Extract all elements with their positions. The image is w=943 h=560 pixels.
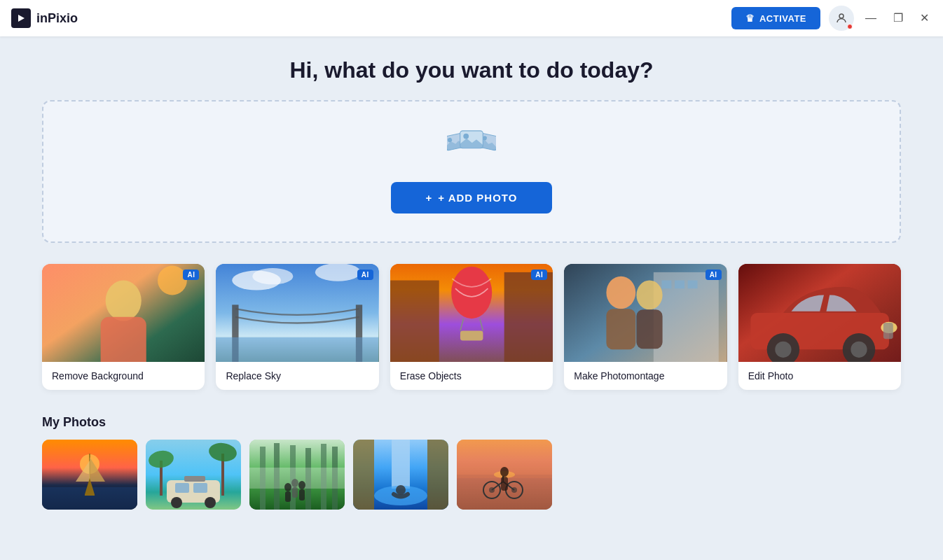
svg-rect-59 xyxy=(184,476,205,482)
my-photo-2[interactable] xyxy=(146,440,241,510)
crown-icon: ♛ xyxy=(745,13,755,24)
svg-rect-35 xyxy=(637,309,663,349)
feature-label-erase-objects: Erase Objects xyxy=(390,362,553,390)
svg-rect-43 xyxy=(883,323,893,339)
svg-rect-22 xyxy=(504,272,553,362)
feature-edit-photo[interactable]: Edit Photo xyxy=(738,264,901,390)
feature-label-photomontage: Make Photomontage xyxy=(564,362,727,390)
svg-point-57 xyxy=(171,497,182,508)
feature-label-replace-sky: Replace Sky xyxy=(216,362,378,390)
minimize-button[interactable]: — xyxy=(862,10,879,27)
my-photo-4[interactable] xyxy=(353,440,448,510)
app-logo-icon xyxy=(11,8,31,28)
feature-image-erase-objects: AI xyxy=(390,264,553,362)
photos-placeholder-icon xyxy=(447,130,496,168)
feature-erase-objects[interactable]: AI Erase Objects xyxy=(390,264,553,390)
svg-point-2 xyxy=(839,14,844,18)
svg-point-58 xyxy=(205,497,216,508)
svg-rect-92 xyxy=(501,477,508,491)
svg-rect-76 xyxy=(427,440,448,510)
svg-rect-71 xyxy=(299,489,305,500)
activate-label: ACTIVATE xyxy=(759,13,806,24)
svg-point-16 xyxy=(315,264,361,281)
svg-rect-69 xyxy=(285,491,291,502)
add-photo-label: + ADD PHOTO xyxy=(438,192,517,204)
svg-rect-19 xyxy=(216,337,378,362)
my-photo-1[interactable] xyxy=(42,440,137,510)
svg-point-79 xyxy=(396,485,406,495)
svg-point-41 xyxy=(851,342,867,358)
main-content: Hi, what do you want to do today? xyxy=(0,36,943,560)
svg-point-10 xyxy=(158,266,187,295)
svg-rect-75 xyxy=(353,440,374,510)
svg-point-23 xyxy=(451,267,492,318)
my-photos-section: My Photos xyxy=(42,415,901,510)
my-photos-title: My Photos xyxy=(42,415,901,430)
svg-rect-30 xyxy=(675,281,684,289)
svg-point-32 xyxy=(607,276,636,309)
svg-rect-21 xyxy=(390,281,439,362)
svg-point-72 xyxy=(291,479,298,487)
svg-rect-73 xyxy=(292,487,298,498)
ai-badge-remove-bg: AI xyxy=(183,270,199,280)
feature-label-edit-photo: Edit Photo xyxy=(738,362,901,390)
close-button[interactable]: ✕ xyxy=(917,10,932,27)
feature-remove-background[interactable]: AI Remove Background xyxy=(42,264,205,390)
feature-replace-sky[interactable]: AI Replace Sky xyxy=(216,264,378,390)
photos-grid xyxy=(42,440,901,510)
svg-point-15 xyxy=(253,268,294,284)
add-photo-plus: + xyxy=(426,192,433,204)
title-bar-right: ♛ ACTIVATE — ❐ ✕ xyxy=(731,6,932,31)
ai-badge-erase-objects: AI xyxy=(531,270,547,280)
window-controls: — ❐ ✕ xyxy=(862,10,932,27)
drop-zone[interactable]: + + ADD PHOTO xyxy=(42,100,901,243)
svg-rect-26 xyxy=(460,331,483,341)
my-photo-5[interactable] xyxy=(457,440,552,510)
activate-button[interactable]: ♛ ACTIVATE xyxy=(731,7,820,29)
svg-rect-56 xyxy=(193,483,207,493)
svg-rect-77 xyxy=(392,440,410,489)
title-bar: inPixio ♛ ACTIVATE — ❐ ✕ xyxy=(0,0,943,36)
svg-rect-33 xyxy=(607,309,636,349)
svg-point-70 xyxy=(298,481,305,489)
page-heading: Hi, what do you want to do today? xyxy=(42,57,901,83)
svg-point-34 xyxy=(637,281,663,310)
feature-image-photomontage: AI xyxy=(564,264,727,362)
feature-image-remove-bg: AI xyxy=(42,264,205,362)
svg-rect-12 xyxy=(101,317,146,362)
add-photo-button[interactable]: + + ADD PHOTO xyxy=(391,182,553,214)
feature-image-edit-photo xyxy=(738,264,901,362)
svg-rect-48 xyxy=(42,487,137,510)
svg-point-91 xyxy=(500,467,509,477)
svg-point-39 xyxy=(775,342,791,358)
logo-area: inPixio xyxy=(11,8,78,28)
feature-make-photomontage[interactable]: AI Make Photomontage xyxy=(564,264,727,390)
my-photo-3[interactable] xyxy=(249,440,345,510)
svg-point-8 xyxy=(463,134,469,139)
svg-point-68 xyxy=(284,483,291,491)
ai-badge-photomontage: AI xyxy=(705,270,722,280)
svg-rect-31 xyxy=(688,281,698,289)
feature-image-replace-sky: AI xyxy=(216,264,378,362)
app-name: inPixio xyxy=(36,11,78,26)
user-account-button[interactable] xyxy=(829,6,854,31)
svg-rect-29 xyxy=(662,281,672,289)
notification-dot xyxy=(847,24,853,29)
maximize-button[interactable]: ❐ xyxy=(890,10,906,27)
feature-label-remove-bg: Remove Background xyxy=(42,362,205,390)
features-row: AI Remove Background xyxy=(42,264,901,390)
ai-badge-replace-sky: AI xyxy=(357,270,373,280)
svg-point-11 xyxy=(106,281,142,321)
svg-rect-55 xyxy=(175,483,189,493)
